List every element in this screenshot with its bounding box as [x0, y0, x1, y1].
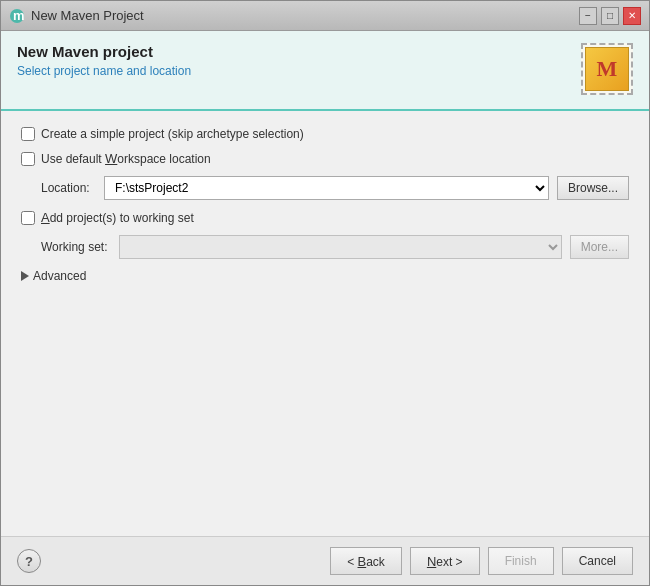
minimize-button[interactable]: − [579, 7, 597, 25]
page-subtitle: Select project name and location [17, 64, 191, 78]
simple-project-row: Create a simple project (skip archetype … [21, 127, 629, 141]
location-combo-wrapper[interactable]: F:\stsProject2 [104, 176, 549, 200]
page-title: New Maven project [17, 43, 191, 60]
location-label: Location: [41, 181, 96, 195]
working-set-select[interactable] [120, 236, 561, 258]
title-bar-left: m New Maven Project [9, 8, 144, 24]
add-working-set-label: Add project(s) to working set [41, 210, 194, 225]
browse-button[interactable]: Browse... [557, 176, 629, 200]
use-default-workspace-checkbox[interactable] [21, 152, 35, 166]
content-panel: Create a simple project (skip archetype … [1, 111, 649, 536]
use-default-workspace-row: Use default Workspace location [21, 151, 629, 166]
use-default-workspace-label: Use default Workspace location [41, 151, 211, 166]
working-set-combo-wrapper[interactable] [119, 235, 562, 259]
maven-logo: M [585, 47, 629, 91]
window: m New Maven Project − □ ✕ New Maven proj… [0, 0, 650, 586]
title-controls: − □ ✕ [579, 7, 641, 25]
next-button[interactable]: Next > [410, 547, 480, 575]
window-title: New Maven Project [31, 8, 144, 23]
simple-project-label: Create a simple project (skip archetype … [41, 127, 304, 141]
maximize-button[interactable]: □ [601, 7, 619, 25]
add-working-set-checkbox[interactable] [21, 211, 35, 225]
svg-text:m: m [13, 8, 25, 23]
footer-left: ? [17, 549, 41, 573]
add-working-set-row: Add project(s) to working set [21, 210, 629, 225]
back-button[interactable]: < Back [330, 547, 402, 575]
simple-project-checkbox[interactable] [21, 127, 35, 141]
help-button[interactable]: ? [17, 549, 41, 573]
advanced-label: Advanced [33, 269, 86, 283]
working-set-row: Working set: More... [41, 235, 629, 259]
working-set-label: Working set: [41, 240, 111, 254]
maven-title-icon: m [9, 8, 25, 24]
advanced-triangle-icon [21, 271, 29, 281]
advanced-row[interactable]: Advanced [21, 269, 629, 283]
cancel-button[interactable]: Cancel [562, 547, 633, 575]
more-button[interactable]: More... [570, 235, 629, 259]
location-select[interactable]: F:\stsProject2 [105, 177, 548, 199]
footer-right: < Back Next > Finish Cancel [330, 547, 633, 575]
maven-letter: M [597, 56, 618, 82]
header-icon-container: M [581, 43, 633, 95]
footer: ? < Back Next > Finish Cancel [1, 536, 649, 585]
header-panel: New Maven project Select project name an… [1, 31, 649, 111]
finish-button[interactable]: Finish [488, 547, 554, 575]
title-bar: m New Maven Project − □ ✕ [1, 1, 649, 31]
close-button[interactable]: ✕ [623, 7, 641, 25]
location-row: Location: F:\stsProject2 Browse... [41, 176, 629, 200]
header-text: New Maven project Select project name an… [17, 43, 191, 78]
